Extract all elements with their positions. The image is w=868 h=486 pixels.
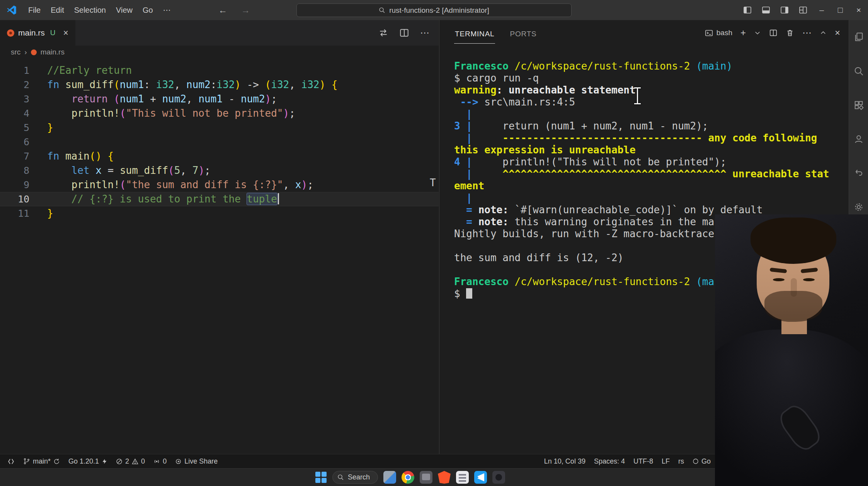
terminal-line-5: | bbox=[454, 108, 849, 120]
breadcrumb[interactable]: src › main.rs bbox=[0, 46, 439, 59]
remote-window-button[interactable] bbox=[3, 454, 19, 468]
language-mode[interactable]: rs bbox=[674, 457, 688, 466]
chrome-icon[interactable] bbox=[402, 471, 414, 484]
menu-selection[interactable]: Selection bbox=[69, 3, 111, 17]
line-number: 11 bbox=[0, 206, 29, 221]
breadcrumb-file[interactable]: main.rs bbox=[41, 48, 65, 56]
app-icon-dark[interactable] bbox=[492, 471, 505, 484]
toggle-sidebar-icon[interactable] bbox=[738, 5, 757, 15]
split-editor-icon[interactable] bbox=[399, 28, 409, 38]
code-line-11: 11} bbox=[0, 206, 439, 221]
close-panel-icon[interactable]: × bbox=[835, 29, 840, 37]
cursor-position[interactable]: Ln 10, Col 39 bbox=[540, 457, 590, 466]
start-icon[interactable] bbox=[315, 472, 327, 483]
toggle-secondary-sidebar-icon[interactable] bbox=[775, 5, 794, 15]
error-icon bbox=[116, 458, 123, 465]
search-icon[interactable] bbox=[853, 66, 864, 76]
explorer-icon[interactable] bbox=[853, 32, 864, 42]
go-version-item[interactable]: Go 1.20.1 bbox=[64, 454, 112, 468]
window-title: rust-functions-2 [Administrator] bbox=[389, 6, 489, 15]
settings-gear-icon[interactable] bbox=[853, 202, 864, 212]
terminal-line-1: Francesco /c/workspace/rust-functions-2 … bbox=[454, 60, 849, 72]
split-terminal-icon[interactable] bbox=[769, 29, 778, 37]
account-icon[interactable] bbox=[853, 134, 864, 144]
task-view-icon[interactable] bbox=[383, 471, 396, 484]
code-line-4: 4 println!("This will not be printed"); bbox=[0, 106, 439, 121]
menu-more[interactable]: ⋯ bbox=[158, 3, 176, 17]
ports-item[interactable]: 0 bbox=[149, 454, 171, 468]
toggle-panel-icon[interactable] bbox=[757, 5, 775, 15]
line-number: 10 bbox=[0, 192, 29, 206]
live-share-button[interactable]: Live Share bbox=[171, 454, 222, 468]
line-number: 4 bbox=[0, 106, 29, 121]
terminal-line-3: warning: unreachable statement bbox=[454, 84, 849, 96]
git-branch-button[interactable]: main* bbox=[19, 454, 64, 468]
code-line-7: 7fn main() { bbox=[0, 149, 439, 163]
breadcrumb-folder[interactable]: src bbox=[11, 48, 20, 56]
line-number: 9 bbox=[0, 178, 29, 192]
panel-more-icon[interactable]: ⋯ bbox=[802, 29, 812, 37]
back-icon[interactable]: ← bbox=[218, 5, 227, 15]
git-status-badge: U bbox=[50, 29, 56, 37]
close-button[interactable]: × bbox=[849, 0, 868, 20]
branch-icon bbox=[23, 458, 30, 465]
maximize-panel-icon[interactable] bbox=[820, 29, 827, 36]
vscode-logo bbox=[6, 5, 17, 15]
chevron-down-icon[interactable] bbox=[754, 29, 761, 36]
encoding[interactable]: UTF-8 bbox=[629, 457, 657, 466]
terminal-line-11: ement bbox=[454, 180, 849, 192]
app-icon-monitor[interactable] bbox=[420, 471, 432, 484]
go-icon bbox=[693, 458, 699, 464]
restore-button[interactable]: □ bbox=[831, 0, 849, 20]
chevron-right-icon: › bbox=[24, 48, 27, 56]
menu-file[interactable]: File bbox=[23, 3, 46, 17]
code-line-1: 1//Early return bbox=[0, 63, 439, 78]
forward-icon[interactable]: → bbox=[241, 5, 250, 15]
share-icon bbox=[175, 458, 182, 465]
new-terminal-icon[interactable]: + bbox=[740, 29, 746, 37]
tab-ports[interactable]: PORTS bbox=[509, 22, 537, 43]
notes-app-icon[interactable] bbox=[456, 471, 469, 484]
history-nav: ← → bbox=[218, 5, 250, 15]
shell-selector[interactable]: bash bbox=[705, 29, 732, 37]
terminal-line-6: 3 | return (num1 + num2, num1 - num2); bbox=[454, 120, 849, 132]
minimize-button[interactable]: – bbox=[812, 0, 831, 20]
live-share-icon[interactable] bbox=[853, 168, 864, 178]
kill-terminal-icon[interactable] bbox=[786, 29, 794, 37]
window-controls: – □ × bbox=[738, 0, 868, 20]
code-editor[interactable]: 1//Early return2fn sum_diff(num1: i32, n… bbox=[0, 59, 439, 454]
extensions-icon[interactable] bbox=[853, 100, 864, 110]
editor-more-actions-icon[interactable]: ⋯ bbox=[420, 29, 429, 37]
tab-main-rs[interactable]: main.rs U × bbox=[0, 20, 75, 46]
sync-icon bbox=[53, 458, 60, 465]
editor-actions: ⋯ bbox=[378, 20, 439, 46]
brave-icon[interactable] bbox=[438, 471, 451, 484]
taskbar-search[interactable]: Search bbox=[332, 471, 378, 484]
menu-go[interactable]: Go bbox=[138, 3, 158, 17]
tab-close-icon[interactable]: × bbox=[63, 28, 68, 38]
menu-edit[interactable]: Edit bbox=[46, 3, 69, 17]
code-line-3: 3 return (num1 + num2, num1 - num2); bbox=[0, 92, 439, 106]
customize-layout-icon[interactable] bbox=[794, 5, 812, 15]
vscode-taskbar-icon[interactable] bbox=[474, 471, 487, 484]
terminal-line-2: $ cargo run -q bbox=[454, 72, 849, 84]
code-line-8: 8 let x = sum_diff(5, 7); bbox=[0, 163, 439, 178]
go-status[interactable]: Go bbox=[688, 457, 715, 466]
indentation[interactable]: Spaces: 4 bbox=[590, 457, 629, 466]
mouse-cursor bbox=[633, 87, 642, 105]
tab-terminal[interactable]: TERMINAL bbox=[454, 22, 495, 44]
search-icon bbox=[379, 7, 385, 14]
command-center[interactable]: rust-functions-2 [Administrator] bbox=[296, 3, 572, 17]
line-number: 3 bbox=[0, 92, 29, 106]
editor-tab-bar: main.rs U × ⋯ bbox=[0, 20, 439, 46]
tab-label: main.rs bbox=[18, 28, 45, 37]
line-number: 5 bbox=[0, 121, 29, 135]
text-cursor bbox=[278, 193, 279, 204]
problems-item[interactable]: 2 0 bbox=[112, 454, 149, 468]
menu-view[interactable]: View bbox=[111, 3, 138, 17]
open-changes-icon[interactable] bbox=[378, 28, 388, 38]
editor-region: main.rs U × ⋯ src › main.rs 1//Early ret… bbox=[0, 20, 439, 454]
broadcast-icon bbox=[153, 458, 160, 465]
line-number: 1 bbox=[0, 63, 29, 78]
eol-sequence[interactable]: LF bbox=[657, 457, 674, 466]
